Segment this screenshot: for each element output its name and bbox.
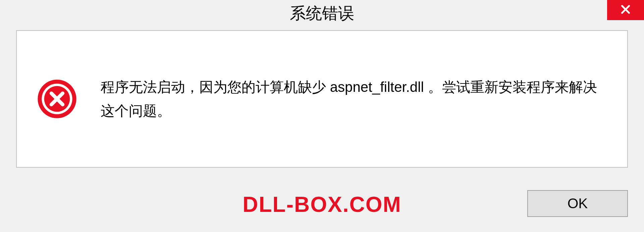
error-message: 程序无法启动，因为您的计算机缺少 aspnet_filter.dll 。尝试重新… xyxy=(101,75,607,123)
dialog-content: 程序无法启动，因为您的计算机缺少 aspnet_filter.dll 。尝试重新… xyxy=(16,30,628,168)
watermark-text: DLL-BOX.COM xyxy=(243,192,401,217)
error-icon xyxy=(37,79,77,119)
ok-button-label: OK xyxy=(568,195,588,212)
close-icon xyxy=(620,3,632,17)
window-title: 系统错误 xyxy=(290,3,354,24)
dialog-footer: DLL-BOX.COM OK xyxy=(0,175,644,232)
titlebar: 系统错误 xyxy=(0,0,644,27)
close-button[interactable] xyxy=(607,0,644,20)
ok-button[interactable]: OK xyxy=(527,190,628,217)
